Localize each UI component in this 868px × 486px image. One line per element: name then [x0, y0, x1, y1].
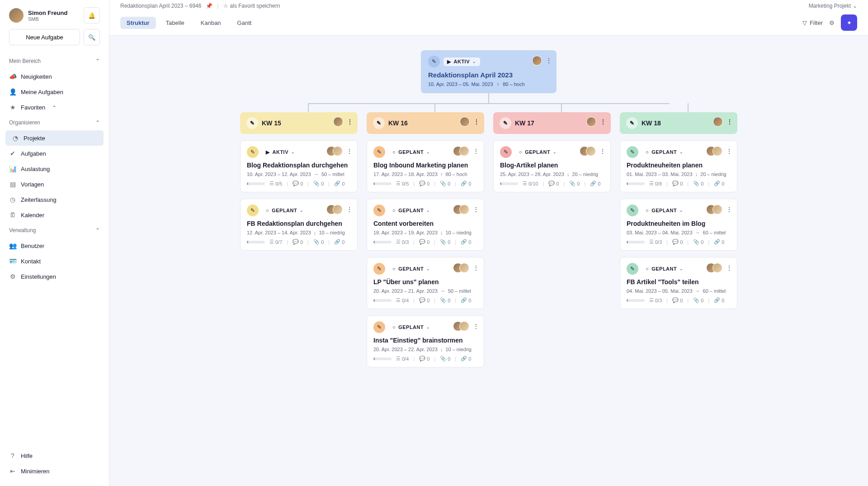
- edit-icon[interactable]: ✎: [373, 263, 385, 275]
- subtasks-count[interactable]: ☰0/5: [396, 181, 409, 186]
- nav-benutzer[interactable]: 👥Benutzer: [0, 238, 109, 253]
- card-menu-button[interactable]: ⋮: [346, 206, 353, 213]
- status-selector[interactable]: ○GEPLANT⌄: [515, 148, 561, 156]
- assignee-avatar[interactable]: [459, 146, 469, 156]
- subtasks-count[interactable]: ☰0/10: [523, 181, 538, 186]
- nav-meine-aufgaben[interactable]: 👤Meine Aufgaben: [0, 84, 109, 100]
- comments-count[interactable]: 💬0: [292, 239, 303, 245]
- edit-icon[interactable]: ✎: [247, 146, 259, 158]
- card-menu-button[interactable]: ⋮: [546, 57, 552, 64]
- comments-count[interactable]: 💬0: [419, 297, 429, 303]
- task-card[interactable]: ✎ ○GEPLANT⌄ ⋮ Blog-Artikel planen 25. Ap…: [493, 140, 611, 192]
- assignee-avatar[interactable]: [712, 205, 722, 214]
- nav-kalender[interactable]: 🗓Kalender: [0, 207, 109, 223]
- task-card[interactable]: ✎ ○GEPLANT⌄ ⋮ FB Artikel "Tools" teilen …: [620, 257, 737, 309]
- attachments-count[interactable]: 📎0: [440, 181, 450, 186]
- favorite-toggle[interactable]: ☆als Favorit speichern: [223, 3, 280, 9]
- nav-favoriten[interactable]: ★Favoriten⌃: [0, 100, 109, 115]
- links-count[interactable]: 🔗0: [461, 181, 471, 186]
- nav-aufgaben[interactable]: ✔Aufgaben: [0, 146, 109, 161]
- card-menu-button[interactable]: ⋮: [726, 118, 733, 125]
- links-count[interactable]: 🔗0: [590, 181, 600, 186]
- edit-icon[interactable]: ✎: [500, 146, 512, 158]
- project-selector[interactable]: Marketing Projekt⌄: [809, 3, 857, 9]
- card-menu-button[interactable]: ⋮: [473, 206, 479, 213]
- assignee-avatar[interactable]: [333, 205, 343, 214]
- edit-icon[interactable]: ✎: [247, 205, 259, 216]
- edit-icon[interactable]: ✎: [627, 205, 638, 216]
- nav-minimieren[interactable]: ⇤Minimieren: [0, 463, 109, 479]
- edit-icon[interactable]: ✎: [373, 321, 385, 333]
- nav-projekte[interactable]: ◔Projekte: [5, 130, 104, 146]
- lane-header[interactable]: ✎ KW 18 ⋮: [620, 112, 737, 134]
- task-card[interactable]: ✎ ○GEPLANT⌄ ⋮ FB Redaktionsplan durchgeh…: [240, 199, 358, 251]
- assignee-avatar[interactable]: [333, 146, 343, 156]
- card-menu-button[interactable]: ⋮: [473, 264, 479, 272]
- comments-count[interactable]: 💬0: [419, 181, 429, 186]
- attachments-count[interactable]: 📎0: [569, 181, 580, 186]
- edit-icon[interactable]: ✎: [373, 205, 385, 216]
- assignee-avatar[interactable]: [586, 146, 596, 156]
- status-selector[interactable]: ○GEPLANT⌄: [262, 206, 307, 214]
- root-card[interactable]: ✎ ▶AKTIV⌄ Redaktionsplan April 2023 10. …: [421, 50, 557, 93]
- user-row[interactable]: Simon Freund SMB 🔔: [0, 7, 109, 29]
- comments-count[interactable]: 💬0: [548, 181, 559, 186]
- assignee-avatar[interactable]: [459, 205, 469, 214]
- nav-neuigkeiten[interactable]: 📣Neuigkeiten: [0, 69, 109, 84]
- edit-icon[interactable]: ✎: [428, 56, 440, 67]
- status-selector[interactable]: ○GEPLANT⌄: [642, 148, 687, 156]
- subtasks-count[interactable]: ☰0/3: [396, 239, 409, 245]
- filter-button[interactable]: ▽Filter: [802, 19, 823, 26]
- card-menu-button[interactable]: ⋮: [346, 148, 353, 155]
- links-count[interactable]: 🔗0: [714, 239, 724, 245]
- nav-einstellungen[interactable]: ⚙Einstellungen: [0, 269, 109, 284]
- comments-count[interactable]: 💬0: [419, 239, 429, 245]
- status-selector[interactable]: ○GEPLANT⌄: [642, 265, 687, 273]
- comments-count[interactable]: 💬0: [292, 181, 303, 186]
- edit-icon[interactable]: ✎: [373, 146, 385, 158]
- subtasks-count[interactable]: ☰0/5: [269, 181, 282, 186]
- assignee-avatar[interactable]: [532, 56, 542, 66]
- links-count[interactable]: 🔗0: [461, 239, 471, 245]
- attachments-count[interactable]: 📎0: [440, 239, 450, 245]
- tab-struktur[interactable]: Struktur: [120, 17, 156, 29]
- attachments-count[interactable]: 📎0: [693, 239, 703, 245]
- links-count[interactable]: 🔗0: [714, 297, 724, 303]
- card-menu-button[interactable]: ⋮: [726, 264, 732, 272]
- tab-tabelle[interactable]: Tabelle: [160, 17, 191, 29]
- settings-button[interactable]: ⚙: [829, 19, 835, 26]
- notifications-button[interactable]: 🔔: [84, 7, 100, 24]
- nav-vorlagen[interactable]: ▤Vorlagen: [0, 176, 109, 192]
- subtasks-count[interactable]: ☰0/3: [649, 239, 662, 245]
- card-menu-button[interactable]: ⋮: [473, 118, 480, 125]
- attachments-count[interactable]: 📎0: [313, 181, 324, 186]
- attachments-count[interactable]: 📎0: [693, 181, 703, 186]
- nav-hilfe[interactable]: ?Hilfe: [0, 448, 109, 463]
- tab-kanban[interactable]: Kanban: [194, 17, 227, 29]
- subtasks-count[interactable]: ☰0/4: [396, 297, 409, 303]
- edit-icon[interactable]: ✎: [500, 117, 511, 129]
- assignee-avatar[interactable]: [333, 117, 343, 127]
- tab-gantt[interactable]: Gantt: [231, 17, 258, 29]
- assignee-avatar[interactable]: [459, 321, 469, 331]
- pin-icon[interactable]: 📌: [206, 3, 212, 9]
- status-selector[interactable]: ▶AKTIV⌄: [443, 57, 480, 66]
- card-menu-button[interactable]: ⋮: [599, 148, 606, 155]
- status-selector[interactable]: ○GEPLANT⌄: [642, 206, 687, 214]
- card-menu-button[interactable]: ⋮: [473, 323, 479, 330]
- task-card[interactable]: ✎ ○GEPLANT⌄ ⋮ Blog Inbound Marketing pla…: [367, 140, 484, 192]
- assignee-avatar[interactable]: [586, 117, 596, 127]
- links-count[interactable]: 🔗0: [714, 181, 724, 186]
- assignee-avatar[interactable]: [459, 263, 469, 273]
- lane-header[interactable]: ✎ KW 17 ⋮: [493, 112, 611, 134]
- task-card[interactable]: ✎ ○GEPLANT⌄ ⋮ Content vorbereiten 18. Ap…: [367, 199, 484, 251]
- task-card[interactable]: ✎ ○GEPLANT⌄ ⋮ LP "Über uns" planen 20. A…: [367, 257, 484, 309]
- nav-auslastung[interactable]: 📊Auslastung: [0, 161, 109, 176]
- comments-count[interactable]: 💬0: [419, 356, 429, 362]
- task-card[interactable]: ✎ ▶AKTIV⌄ ⋮ Blog Redaktionsplan durchgeh…: [240, 140, 358, 192]
- status-selector[interactable]: ○GEPLANT⌄: [389, 265, 434, 273]
- section-mein-bereich[interactable]: Mein Bereich⌃: [0, 53, 109, 69]
- comments-count[interactable]: 💬0: [672, 297, 683, 303]
- search-button[interactable]: 🔍: [84, 29, 100, 45]
- links-count[interactable]: 🔗0: [334, 181, 344, 186]
